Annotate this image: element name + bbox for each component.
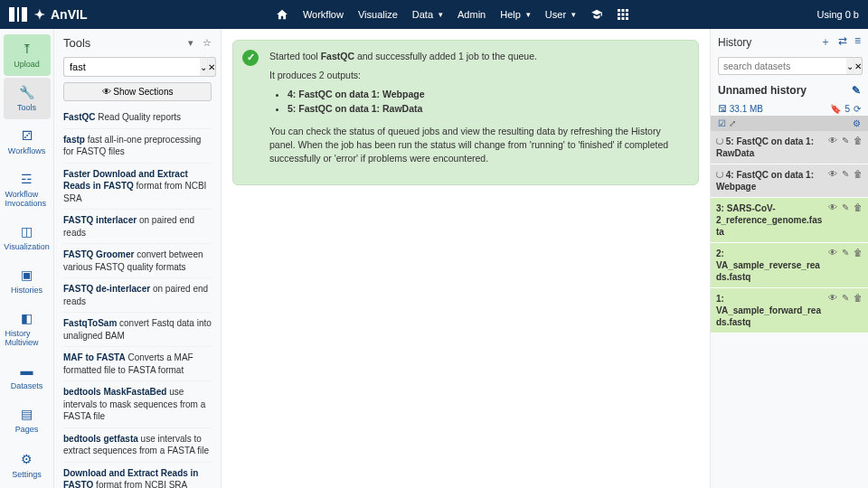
- activity-wf-invocations[interactable]: ☲Workflow Invocations: [4, 164, 51, 215]
- display-icon[interactable]: 👁: [828, 136, 837, 145]
- tool-entry[interactable]: bedtools MaskFastaBed use intervals to m…: [63, 380, 212, 427]
- top-nav: ✦ AnVIL Workflow Visualize Data Admin He…: [0, 0, 868, 29]
- brand[interactable]: ✦ AnVIL: [9, 7, 87, 22]
- grid-icon[interactable]: [618, 9, 628, 20]
- notice-line2: It produces 2 outputs:: [269, 69, 687, 82]
- panel-view-icon[interactable]: ▾: [188, 37, 193, 49]
- activity-pages[interactable]: ▤Pages: [4, 399, 51, 441]
- activity-tools-label: Tools: [17, 103, 36, 112]
- switch-history-icon[interactable]: ⇄: [838, 34, 847, 50]
- new-history-icon[interactable]: ＋: [820, 34, 831, 50]
- nav-data[interactable]: Data: [412, 9, 443, 20]
- tool-entry[interactable]: FASTQ interlacer on paired end reads: [63, 209, 212, 243]
- tools-title: Tools: [63, 36, 90, 50]
- edit-attrs-icon[interactable]: ✎: [842, 248, 849, 258]
- tool-entry[interactable]: FASTQ de-interlacer on paired end reads: [63, 277, 212, 312]
- history-size: 33.1 MB: [730, 104, 763, 114]
- home-icon[interactable]: [276, 8, 288, 21]
- history-item[interactable]: 4: FastQC on data 1: Webpage👁✎🗑: [711, 164, 868, 198]
- center-panel: ✓ Started tool FastQC and successfully a…: [222, 29, 710, 488]
- tool-entry[interactable]: bedtools getfasta use intervals to extra…: [63, 427, 212, 462]
- svg-rect-6: [618, 17, 620, 20]
- edit-attrs-icon[interactable]: ✎: [842, 293, 849, 303]
- tool-entry[interactable]: FASTQ Groomer convert between various FA…: [63, 243, 212, 277]
- activity-datasets[interactable]: ▬Datasets: [4, 356, 51, 398]
- history-name[interactable]: Unnamed history: [718, 84, 807, 97]
- notice-output-item: 5: FastQC on data 1: RawData: [288, 102, 687, 116]
- history-item-label: 1: VA_sample_forward_reads.fastq: [716, 293, 825, 328]
- display-icon[interactable]: 👁: [828, 248, 837, 258]
- history-item-label: 3: SARS-CoV-2_reference_genome.fasta: [716, 202, 825, 238]
- history-item[interactable]: 3: SARS-CoV-2_reference_genome.fasta👁✎🗑: [711, 198, 868, 243]
- edit-history-icon[interactable]: ✎: [852, 84, 861, 97]
- tools-panel: Tools ▾ ☆ ⌄ ✕ 👁 Show Sections FastQC Rea…: [54, 29, 222, 488]
- nav-admin[interactable]: Admin: [458, 9, 486, 20]
- history-options-icon[interactable]: ≡: [854, 34, 861, 50]
- folder-icon: ▬: [21, 363, 33, 378]
- activity-histories[interactable]: ▣Histories: [4, 260, 51, 302]
- storage-indicator[interactable]: Using 0 b: [817, 9, 859, 20]
- history-search-input[interactable]: [718, 57, 846, 75]
- expand-icon[interactable]: ⤢: [729, 118, 736, 128]
- history-item[interactable]: 1: VA_sample_forward_reads.fastq👁✎🗑: [711, 288, 868, 333]
- brand-text: AnVIL: [51, 7, 87, 22]
- tool-entry[interactable]: MAF to FASTA Converts a MAF formatted fi…: [63, 346, 212, 380]
- favorite-icon[interactable]: ☆: [203, 37, 212, 49]
- svg-rect-7: [622, 17, 625, 20]
- activity-hist-label: Histories: [11, 286, 42, 295]
- tool-entry[interactable]: FastQC Read Quality reports: [63, 107, 212, 128]
- nav-visualize[interactable]: Visualize: [358, 9, 398, 20]
- display-icon[interactable]: 👁: [828, 293, 837, 303]
- tool-entry[interactable]: fastp fast all-in-one preprocessing for …: [63, 128, 212, 163]
- loading-icon: [716, 171, 723, 178]
- delete-icon[interactable]: 🗑: [854, 136, 863, 145]
- notice-pre: Started tool: [269, 51, 321, 61]
- history-count: 5: [844, 104, 850, 114]
- dataset-options-icon[interactable]: ⚙: [853, 118, 861, 128]
- svg-rect-5: [626, 14, 628, 16]
- display-icon[interactable]: 👁: [828, 202, 837, 212]
- activity-tools[interactable]: 🔧Tools: [4, 78, 51, 119]
- sitemap-icon: ⚂: [22, 128, 33, 143]
- edit-attrs-icon[interactable]: ✎: [842, 169, 849, 179]
- clear-search-button[interactable]: ✕: [208, 57, 216, 77]
- tool-entry[interactable]: Download and Extract Reads in FASTQ form…: [63, 462, 212, 489]
- tool-entry[interactable]: Faster Download and Extract Reads in FAS…: [63, 163, 212, 210]
- nav-user[interactable]: User: [545, 9, 576, 20]
- refresh-icon[interactable]: ⟳: [854, 104, 861, 114]
- history-panel: History ＋ ⇄ ≡ ⌄ ✕ Unnamed history ✎ 🖫 33…: [710, 29, 868, 488]
- activity-settings[interactable]: ⚙Settings: [4, 445, 51, 486]
- notice-output-item: 4: FastQC on data 1: Webpage: [288, 88, 687, 101]
- history-search-clear-button[interactable]: ✕: [854, 57, 863, 75]
- edit-attrs-icon[interactable]: ✎: [842, 136, 849, 145]
- history-item[interactable]: 5: FastQC on data 1: RawData👁✎🗑: [711, 131, 868, 164]
- show-sections-button[interactable]: 👁 Show Sections: [63, 82, 212, 101]
- activity-upload[interactable]: ⤒Upload: [4, 34, 51, 76]
- grad-cap-icon[interactable]: [590, 8, 603, 21]
- tool-entry[interactable]: FastqToSam convert Fastq data into unali…: [63, 312, 212, 346]
- file-icon: ▤: [21, 407, 33, 421]
- delete-icon[interactable]: 🗑: [854, 202, 863, 212]
- tag-icon[interactable]: 🔖: [830, 104, 841, 114]
- notice-tool: FastQC: [321, 51, 354, 61]
- upload-icon: ⤒: [22, 42, 33, 56]
- nav-help[interactable]: Help: [500, 9, 531, 20]
- svg-rect-4: [622, 14, 625, 16]
- tool-search-input[interactable]: [63, 57, 200, 77]
- svg-rect-3: [618, 14, 620, 16]
- delete-icon[interactable]: 🗑: [854, 293, 863, 303]
- checkbox-icon[interactable]: ☑: [718, 118, 726, 128]
- history-search-adv-button[interactable]: ⌄: [846, 57, 854, 75]
- activity-workflows[interactable]: ⚂Workflows: [4, 121, 51, 163]
- nav-workflow[interactable]: Workflow: [303, 9, 344, 20]
- clear-search-extra-button[interactable]: ⌄: [200, 57, 208, 77]
- svg-rect-2: [626, 9, 628, 12]
- delete-icon[interactable]: 🗑: [854, 169, 863, 179]
- delete-icon[interactable]: 🗑: [854, 248, 863, 258]
- activity-visualization[interactable]: ◫Visualization: [4, 217, 51, 258]
- history-item[interactable]: 2: VA_sample_reverse_reads.fastq👁✎🗑: [711, 243, 868, 288]
- activity-workflows-label: Workflows: [8, 146, 45, 155]
- edit-attrs-icon[interactable]: ✎: [842, 202, 849, 212]
- activity-history-multiview[interactable]: ◧History Multiview: [4, 304, 51, 354]
- display-icon[interactable]: 👁: [828, 169, 837, 179]
